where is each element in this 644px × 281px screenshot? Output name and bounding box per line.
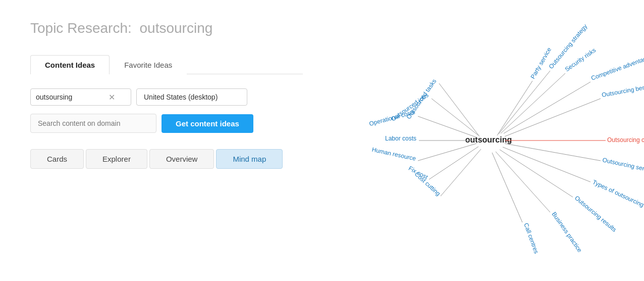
view-tab-explorer[interactable]: Explorer [86, 149, 147, 169]
mindmap-node[interactable]: Call centres [522, 222, 540, 254]
view-tabs: Cards Explorer Overview Mind map [30, 149, 303, 169]
svg-line-9 [501, 73, 565, 133]
mindmap-node[interactable]: Outsourcing strategy [548, 23, 589, 70]
svg-line-0 [439, 83, 479, 136]
mindmap-node[interactable]: Outsourcing services [602, 156, 644, 175]
mindmap-node[interactable]: Competitive adventage [590, 54, 644, 82]
left-panel: Topic Research: outsourcing Content Idea… [0, 0, 333, 281]
search-row: ✕ United States (desktop) [30, 88, 303, 106]
svg-line-7 [497, 81, 532, 135]
tab-content-ideas[interactable]: Content Ideas [30, 55, 110, 74]
svg-line-5 [429, 147, 478, 179]
view-tab-cards[interactable]: Cards [30, 149, 84, 169]
keyword-input-wrap: ✕ [30, 88, 131, 106]
tab-favorite-ideas[interactable]: Favorite Ideas [110, 55, 187, 74]
mindmap-panel: outsourcing Outsourced tasks Outsourced … [333, 0, 644, 281]
mindmap-node[interactable]: Outsourcing company [607, 136, 644, 144]
mindmap-node[interactable]: Outsourcing benefits [601, 82, 644, 99]
get-content-ideas-button[interactable]: Get content ideas [162, 114, 253, 133]
svg-line-16 [496, 152, 550, 212]
view-tab-mindmap[interactable]: Mind map [216, 149, 283, 169]
mindmap-node[interactable]: Business practice [551, 211, 584, 254]
location-select[interactable]: United States (desktop) [136, 88, 247, 106]
view-tab-overview[interactable]: Overview [149, 149, 214, 169]
clear-keyword-button[interactable]: ✕ [109, 92, 115, 102]
title-keyword: outsourcing [140, 20, 213, 36]
mindmap-center: outsourcing [465, 135, 512, 144]
mindmap-node[interactable]: Outsourcing results [573, 195, 618, 233]
mindmap-node[interactable]: Human resource [371, 146, 417, 162]
main-tabs: Content Ideas Favorite Ideas [30, 55, 303, 74]
mindmap-node[interactable]: Types of outsourcing [592, 178, 644, 208]
keyword-input[interactable] [36, 93, 106, 101]
svg-line-17 [492, 153, 522, 222]
svg-line-14 [503, 147, 591, 182]
svg-line-2 [418, 116, 477, 137]
svg-line-6 [441, 149, 481, 196]
svg-line-15 [500, 150, 573, 197]
title-text: Topic Research: [30, 20, 132, 36]
domain-search-row: Get content ideas [30, 114, 303, 133]
svg-line-4 [418, 144, 476, 161]
mindmap-svg: outsourcing Outsourced tasks Outsourced … [333, 0, 644, 281]
svg-line-13 [505, 144, 601, 161]
domain-search-input[interactable] [30, 114, 156, 133]
mindmap-node[interactable]: Labor costs [385, 135, 416, 142]
svg-line-8 [499, 71, 550, 134]
page-title: Topic Research: outsourcing [30, 20, 303, 36]
